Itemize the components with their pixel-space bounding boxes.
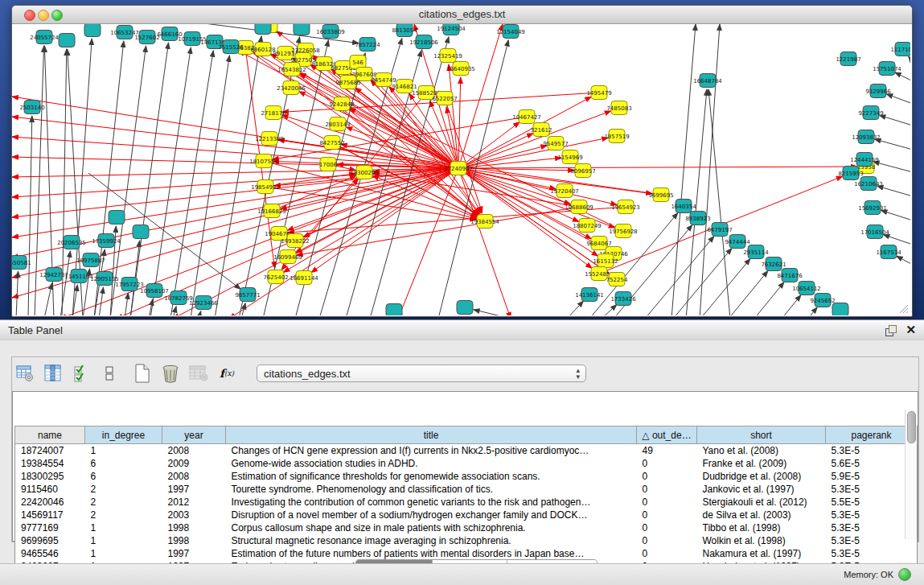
table-cell[interactable]: Changes of HCN gene expression and I(f) … <box>226 444 637 458</box>
graph-node[interactable]: 12325419 <box>433 49 462 63</box>
graph-node[interactable]: 9245652 <box>810 294 835 307</box>
citation-edge-black[interactable] <box>880 115 910 126</box>
citation-edge-black[interactable] <box>873 162 910 172</box>
table-cell[interactable]: 2 <box>85 509 162 521</box>
citation-edge-red[interactable] <box>12 157 458 168</box>
table-cell[interactable]: Investigating the contribution of common… <box>226 496 637 509</box>
column-header-short[interactable]: short <box>697 426 826 444</box>
table-cell[interactable]: 0 <box>637 547 697 560</box>
graph-node[interactable]: 6479197 <box>707 223 732 237</box>
table-cell[interactable]: 0 <box>637 509 697 521</box>
graph-node[interactable]: 2935114 <box>743 245 769 259</box>
table-cell[interactable]: 19384554 <box>15 457 85 470</box>
citation-edge-black[interactable] <box>125 293 128 315</box>
table-header-row[interactable]: namein_degreeyeartitle△ out_de…shortpage… <box>15 426 918 444</box>
citation-edge-black[interactable] <box>895 72 910 81</box>
graph-node[interactable]: 13640935 <box>446 62 475 76</box>
table-cell[interactable]: Nakamura et al. (1997) <box>697 547 826 560</box>
table-cell[interactable]: Corpus callosum shape and size in male p… <box>226 521 637 534</box>
graph-node[interactable]: 2503140 <box>19 101 44 114</box>
table-cell[interactable]: 5.3E-5 <box>826 547 918 560</box>
table-cell[interactable]: 49 <box>637 444 697 458</box>
table-cell[interactable]: Disruption of a novel member of a sodium… <box>226 509 637 521</box>
table-cell[interactable]: 5.6E-5 <box>826 457 918 470</box>
table-cell[interactable]: 1 <box>85 444 162 458</box>
table-cell[interactable]: 2 <box>85 496 162 509</box>
graph-node[interactable]: 19218506 <box>409 35 438 49</box>
graph-node[interactable]: 15692931 <box>858 201 887 215</box>
graph-node[interactable] <box>386 304 402 316</box>
table-cell[interactable]: 9465546 <box>15 547 85 560</box>
graph-node[interactable]: 1650581 <box>12 256 31 270</box>
graph-node[interactable]: 7632621 <box>761 257 786 271</box>
citation-edge-red[interactable] <box>12 117 458 168</box>
citation-edge-black[interactable] <box>909 56 910 62</box>
graph-node[interactable]: 17359924 <box>92 234 121 248</box>
graph-node[interactable]: 9227349 <box>858 106 883 120</box>
graph-node[interactable]: 1154969 <box>557 150 582 164</box>
table-cell[interactable]: 5.3E-5 <box>826 521 918 534</box>
citation-edge-black[interactable] <box>883 235 910 245</box>
citation-edge-black[interactable] <box>99 287 103 315</box>
graph-node[interactable]: 24055724 <box>30 31 59 44</box>
table-cell[interactable]: Stergiakouli et al. (2012) <box>697 496 826 509</box>
citation-edge-black[interactable] <box>215 36 261 315</box>
graph-node[interactable]: 1117104 <box>890 43 910 56</box>
table-cell[interactable]: Estimation of the future numbers of pati… <box>226 547 637 560</box>
graph-node[interactable]: 10467427 <box>512 110 541 124</box>
citation-edge-black[interactable] <box>150 47 191 315</box>
table-cell[interactable]: 5.3E-5 <box>826 534 918 547</box>
table-cell[interactable]: 5.9E-5 <box>826 470 918 483</box>
table-row[interactable]: 1830029562008Estimation of significance … <box>15 470 918 483</box>
graph-node[interactable]: 1733426 <box>610 292 636 306</box>
citation-edge-black[interactable] <box>875 139 910 150</box>
table-cell[interactable]: 0 <box>637 483 697 496</box>
table-cell[interactable]: 18724007 <box>15 444 85 458</box>
graph-node[interactable] <box>84 24 101 37</box>
table-cell[interactable]: 1 <box>85 534 162 547</box>
graph-node[interactable]: 546 <box>350 56 366 69</box>
graph-node[interactable]: 8471676 <box>777 269 803 282</box>
table-cell[interactable]: 2 <box>85 483 162 496</box>
table-row[interactable]: 911546021997Tourette syndrome. Phenomeno… <box>15 483 918 496</box>
table-cell[interactable]: 9115460 <box>15 483 85 496</box>
citation-network-graph[interactable]: 1724090779638228860128891293423226058982… <box>12 24 910 315</box>
citation-edge-black[interactable] <box>474 310 511 315</box>
float-panel-icon[interactable] <box>885 325 897 336</box>
table-cell[interactable]: Tibbo et al. (1998) <box>697 521 826 534</box>
citation-edge-black[interactable] <box>130 43 168 315</box>
column-header-pagerank[interactable]: pagerank <box>826 426 918 444</box>
citation-edge-black[interactable] <box>897 256 910 265</box>
table-cell[interactable]: 22420046 <box>15 496 85 509</box>
graph-node[interactable]: 18300295 <box>350 166 379 179</box>
table-cell[interactable]: Jankovic et al. (1997) <box>697 483 826 496</box>
table-cell[interactable]: Tourette syndrome. Phenomenology and cla… <box>226 483 637 496</box>
table-cell[interactable]: 18300295 <box>15 470 85 483</box>
graph-node[interactable] <box>457 301 473 315</box>
table-cell[interactable]: 0 <box>637 470 697 483</box>
table-cell[interactable]: Franke et al. (2009) <box>697 457 826 470</box>
row-height-icon[interactable] <box>100 364 119 383</box>
table-cell[interactable]: 14569117 <box>15 509 85 521</box>
graph-node[interactable]: 8096957 <box>570 164 595 178</box>
table-mode-icon[interactable] <box>15 364 35 383</box>
graph-node[interactable]: 20206535 <box>57 236 86 249</box>
table-cell[interactable]: 5.3E-5 <box>826 444 918 458</box>
table-cell[interactable]: Dudbridge et al. (2008) <box>697 470 826 483</box>
network-table-selector[interactable]: citations_edges.txt ▴▾ <box>257 365 586 382</box>
table-body[interactable]: 1872400712008Changes of HCN gene express… <box>15 444 918 574</box>
graph-node[interactable]: 9699695 <box>648 188 673 202</box>
table-cell[interactable]: 1 <box>85 547 162 560</box>
table-cell[interactable]: 2003 <box>162 509 226 521</box>
graph-node[interactable]: 12213389 <box>255 132 284 146</box>
table-cell[interactable]: Wolkin et al. (1998) <box>697 534 826 547</box>
citation-edge-black[interactable] <box>877 186 910 196</box>
citation-edge-black[interactable] <box>16 271 18 315</box>
graph-node[interactable]: 8813054 <box>392 24 417 37</box>
graph-node[interactable] <box>255 24 271 35</box>
table-cell[interactable]: de Silva et al. (2003) <box>697 509 826 521</box>
graph-node[interactable] <box>133 225 149 239</box>
graph-node[interactable]: 17016504 <box>860 225 889 239</box>
column-header-in_degree[interactable]: in_degree <box>85 426 162 444</box>
table-scrollbar[interactable] <box>905 410 917 539</box>
